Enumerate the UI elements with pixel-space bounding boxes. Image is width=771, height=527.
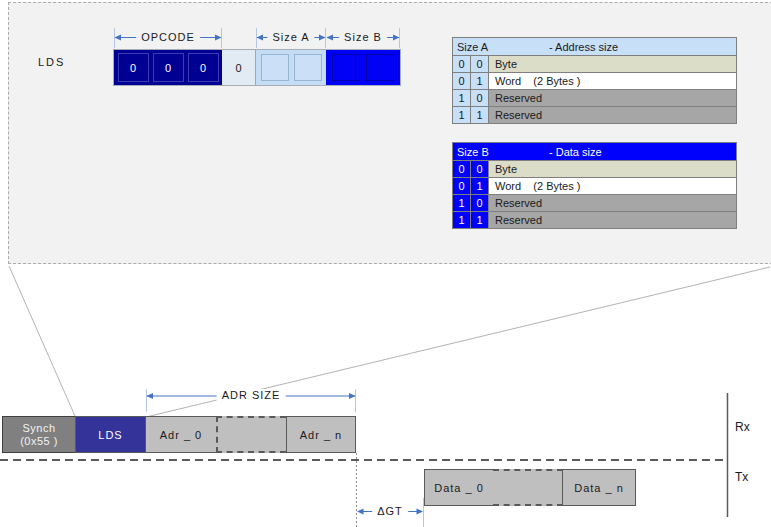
size-b-header-label: Size B [453,146,549,158]
adr-0-frame-box: Adr _ 0 [145,416,216,453]
fixed-zero-bit-value: 0 [235,62,241,74]
table-row: 1 1 Reserved [453,107,736,123]
desc-cell: Reserved [489,195,736,211]
table-row: 0 0 Byte [453,161,736,178]
size-a-dim-label: Size A [267,31,314,44]
bit-cell: 0 [471,161,489,177]
synch-value: (0x55 ) [20,435,58,448]
size-a-bit [294,54,322,81]
dgt-dim-label: ΔGT [372,505,408,518]
size-b-field [326,50,400,85]
fixed-zero-bit: 0 [222,50,256,85]
size-a-header-label: Size A [453,41,549,53]
size-b-header-desc: - Data size [549,146,602,158]
adr-size-dim-label: ADR SIZE [217,389,286,402]
opcode-field: 0 0 0 [114,50,222,85]
bit-cell: 1 [471,212,489,228]
desc-cell: Reserved [489,90,736,106]
table-row: 1 0 Reserved [453,195,736,212]
data-n-frame-box: Data _ n [562,469,636,506]
opcode-bit: 0 [188,53,219,82]
data-0-frame-box: Data _ 0 [424,469,494,506]
lds-row-label: LDS [38,56,65,68]
size-b-dim-label: Size B [339,31,387,44]
desc-cell: Byte [489,56,736,72]
bit-cell: 1 [471,178,489,194]
size-b-bit [366,54,394,81]
bit-cell: 1 [453,212,471,228]
bit-cell: 0 [453,178,471,194]
bit-cell: 0 [471,56,489,72]
desc-cell: Byte [489,161,736,177]
adr-n-frame-box: Adr _ n [286,416,356,453]
desc-cell: Word (2 Bytes ) [489,73,736,89]
lds-frame-box: LDS [75,416,146,453]
lds-command-figure: LDS OPCODE Size A Size B 0 0 0 0 Size A … [0,0,771,527]
table-row: 1 0 Reserved [453,90,736,107]
table-row: 1 1 Reserved [453,212,736,228]
bit-cell: 1 [453,90,471,106]
size-a-table-header: Size A - Address size [453,38,736,56]
bit-cell: 0 [453,161,471,177]
callout-lines [9,266,770,417]
table-row: 0 1 Word (2 Bytes ) [453,73,736,90]
bit-cell: 1 [471,73,489,89]
desc-cell: Word (2 Bytes ) [489,178,736,194]
opcode-bit: 0 [153,53,184,82]
opcode-dim-label: OPCODE [136,31,200,44]
size-b-bit [332,54,360,81]
table-row: 0 0 Byte [453,56,736,73]
synch-frame-box: Synch (0x55 ) [2,416,76,453]
size-a-field [256,50,326,85]
opcode-bit: 0 [118,53,149,82]
size-b-table-header: Size B - Data size [453,143,736,161]
desc-cell: Reserved [489,107,736,123]
size-a-table: Size A - Address size 0 0 Byte 0 1 Word … [452,37,737,124]
bit-cell: 0 [453,73,471,89]
synch-label: Synch [22,422,55,435]
bit-cell: 0 [471,90,489,106]
size-b-table: Size B - Data size 0 0 Byte 0 1 Word (2 … [452,142,737,229]
bit-cell: 0 [453,56,471,72]
desc-cell: Reserved [489,212,736,228]
opcode-bit-row: 0 0 0 0 [113,49,401,86]
bit-cell: 1 [453,107,471,123]
table-row: 0 1 Word (2 Bytes ) [453,178,736,195]
rx-direction-label: Rx [735,420,750,434]
adr-ellipsis-frame-box [216,416,286,453]
bit-cell: 0 [471,195,489,211]
size-a-header-desc: - Address size [549,41,618,53]
tx-direction-label: Tx [735,470,748,484]
bit-cell: 1 [453,195,471,211]
data-ellipsis-frame-box [493,469,563,506]
bit-cell: 1 [471,107,489,123]
size-a-bit [261,54,289,81]
